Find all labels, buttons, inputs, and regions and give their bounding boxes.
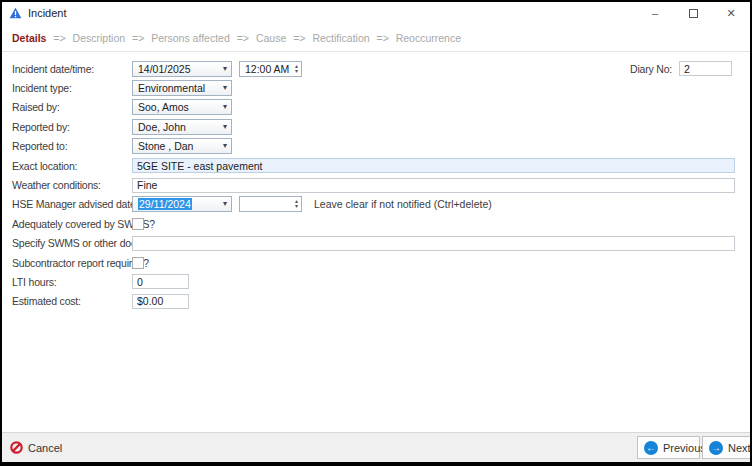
subcontractor-report-label: Subcontractor report required? (12, 257, 132, 269)
step-reoccurrence[interactable]: Reoccurrence (396, 32, 461, 44)
hse-advised-note: Leave clear if not notified (Ctrl+delete… (314, 198, 492, 210)
previous-label: Previous (663, 442, 706, 454)
arrow-right-circle-icon: → (709, 441, 723, 455)
cancel-prohibition-icon (10, 441, 23, 454)
reported-by-dropdown[interactable]: Doe, John ▾ (132, 119, 232, 135)
spinner-down-icon[interactable]: ▾ (295, 204, 298, 209)
chevron-down-icon[interactable]: ▾ (223, 84, 227, 92)
cancel-label: Cancel (28, 442, 62, 454)
incident-time-value: 12:00 AM (245, 63, 292, 75)
estimated-cost-label: Estimated cost: (12, 295, 132, 307)
weather-label: Weather conditions: (12, 179, 132, 191)
breadcrumb-separator: => (293, 32, 305, 44)
step-cause[interactable]: Cause (256, 32, 286, 44)
reported-to-value: Stone , Dan (138, 140, 193, 152)
window-title: Incident (28, 7, 67, 19)
hse-advised-date-dropdown[interactable]: 29/11/2024 ▾ (132, 196, 232, 212)
weather-input[interactable] (132, 178, 735, 193)
breadcrumb-separator: => (53, 32, 65, 44)
incident-type-label: Incident type: (12, 82, 132, 94)
chevron-down-icon[interactable]: ▾ (223, 142, 227, 150)
incident-date-dropdown[interactable]: 14/01/2025 ▾ (132, 61, 232, 77)
step-details[interactable]: Details (12, 32, 46, 44)
row-reported-to: Reported to: Stone , Dan ▾ (12, 137, 750, 156)
row-incident-datetime: Incident date/time: 14/01/2025 ▾ 12:00 A… (12, 59, 750, 78)
next-button[interactable]: → Next (702, 436, 750, 459)
raised-by-value: Soo, Amos (138, 101, 189, 113)
chevron-down-icon[interactable]: ▾ (223, 123, 227, 131)
diary-no-input[interactable] (679, 61, 732, 76)
step-rectification[interactable]: Rectification (312, 32, 369, 44)
title-bar: Incident – ✕ (2, 2, 750, 24)
subcontractor-report-checkbox[interactable] (132, 257, 144, 269)
row-reported-by: Reported by: Doe, John ▾ (12, 117, 750, 136)
maximize-icon (689, 9, 698, 18)
row-lti-hours: LTI hours: (12, 272, 750, 291)
breadcrumb-separator: => (237, 32, 249, 44)
row-estimated-cost: Estimated cost: (12, 292, 750, 311)
incident-type-value: Environmental (138, 82, 205, 94)
row-swms-covered: Adequately covered by SWMS? (12, 214, 750, 233)
step-description[interactable]: Description (73, 32, 126, 44)
row-subcontractor-report: Subcontractor report required? (12, 253, 750, 272)
hse-advised-label: HSE Manager advised date? (12, 198, 132, 210)
incident-date-value: 14/01/2025 (138, 63, 191, 75)
spinner-arrows: ▴▾ (292, 197, 301, 211)
row-incident-type: Incident type: Environmental ▾ (12, 78, 750, 97)
close-button[interactable]: ✕ (712, 2, 750, 24)
reported-by-value: Doe, John (138, 121, 186, 133)
footer-bar: Cancel ← Previous → Next (2, 432, 750, 462)
reported-to-dropdown[interactable]: Stone , Dan ▾ (132, 138, 232, 154)
breadcrumb-separator: => (377, 32, 389, 44)
swms-doc-input[interactable] (132, 236, 735, 251)
raised-by-label: Raised by: (12, 101, 132, 113)
details-form: Incident date/time: 14/01/2025 ▾ 12:00 A… (2, 52, 750, 311)
reported-by-label: Reported by: (12, 121, 132, 133)
chevron-down-icon[interactable]: ▾ (223, 103, 227, 111)
incident-type-dropdown[interactable]: Environmental ▾ (132, 80, 232, 96)
hse-advised-time-spinner[interactable]: ▴▾ (239, 196, 302, 212)
maximize-button[interactable] (674, 2, 712, 24)
incident-datetime-label: Incident date/time: (12, 63, 132, 75)
incident-window: Incident – ✕ Details => Description => P… (2, 2, 750, 462)
warning-triangle-icon (9, 7, 22, 19)
lti-hours-input[interactable] (132, 274, 189, 289)
spinner-down-icon[interactable]: ▾ (295, 69, 298, 74)
step-persons-affected[interactable]: Persons affected (151, 32, 230, 44)
incident-time-spinner[interactable]: 12:00 AM ▴▾ (239, 61, 302, 77)
row-raised-by: Raised by: Soo, Amos ▾ (12, 98, 750, 117)
wizard-breadcrumb: Details => Description => Persons affect… (2, 24, 750, 51)
raised-by-dropdown[interactable]: Soo, Amos ▾ (132, 99, 232, 115)
hse-advised-date-value: 29/11/2024 (138, 198, 192, 210)
swms-doc-label: Specify SWMS or other document: (12, 237, 132, 249)
lti-hours-label: LTI hours: (12, 276, 132, 288)
exact-location-label: Exact location: (12, 160, 132, 172)
breadcrumb-separator: => (132, 32, 144, 44)
cancel-button[interactable]: Cancel (10, 441, 62, 454)
next-label: Next (728, 442, 750, 454)
row-weather: Weather conditions: (12, 175, 750, 194)
minimize-button[interactable]: – (636, 2, 674, 24)
exact-location-input[interactable] (132, 158, 735, 173)
diary-no-label: Diary No: (630, 63, 672, 75)
row-hse-advised: HSE Manager advised date? 29/11/2024 ▾ ▴… (12, 195, 750, 214)
row-swms-doc: Specify SWMS or other document: (12, 234, 750, 253)
arrow-left-circle-icon: ← (644, 441, 658, 455)
swms-covered-checkbox[interactable] (132, 218, 144, 230)
estimated-cost-input[interactable] (132, 294, 189, 309)
reported-to-label: Reported to: (12, 140, 132, 152)
previous-button[interactable]: ← Previous (637, 436, 700, 459)
spinner-arrows: ▴▾ (292, 62, 301, 76)
chevron-down-icon[interactable]: ▾ (223, 65, 227, 73)
chevron-down-icon[interactable]: ▾ (223, 200, 227, 208)
swms-covered-label: Adequately covered by SWMS? (12, 218, 132, 230)
row-exact-location: Exact location: (12, 156, 750, 175)
